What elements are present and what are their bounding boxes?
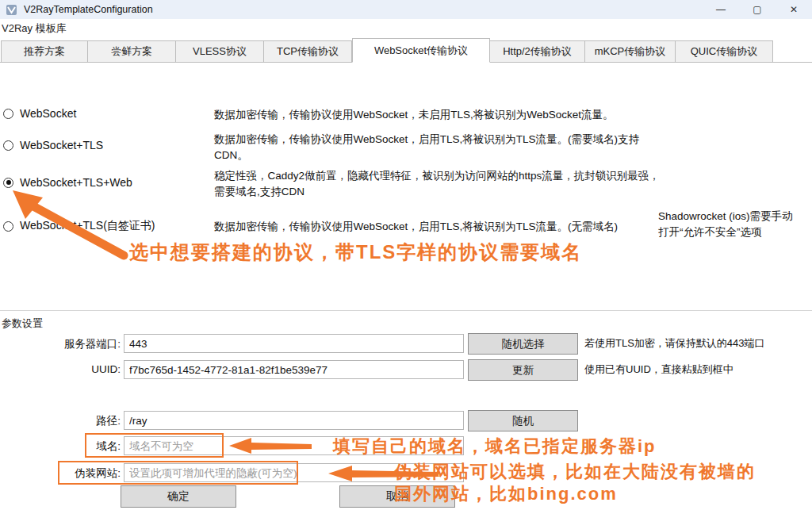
uuid-input[interactable] xyxy=(124,360,464,379)
window-title: V2RayTemplateConfiguration xyxy=(24,4,153,15)
tab-vless[interactable]: VLESS协议 xyxy=(176,40,264,63)
port-note: 若使用TLS加密，请保持默认的443端口 xyxy=(584,336,765,351)
radio-label: WebSocket+TLS xyxy=(20,139,103,151)
title-bar: V2RayTemplateConfiguration — ▢ ✕ xyxy=(0,0,812,19)
app-icon xyxy=(6,4,17,16)
minimize-icon[interactable]: — xyxy=(703,0,739,19)
random-button[interactable]: 随机 xyxy=(468,410,578,431)
protocol-desc: 数据加密传输，传输协议使用WebSocket，未启用TLS,将被识别为WebSo… xyxy=(214,107,660,123)
protocol-desc: 稳定性强，Caddy2做前置，隐藏代理特征，被识别为访问网站的https流量，抗… xyxy=(214,168,660,200)
tab-websocket[interactable]: WebSocket传输协议 xyxy=(352,38,490,63)
domain-label: 域名: xyxy=(29,439,121,454)
ok-button[interactable]: 确定 xyxy=(121,485,236,508)
protocol-desc: 数据加密传输，传输协议使用WebSocket，启用TLS,将被识别为TLS流量。… xyxy=(214,219,660,235)
uuid-label: UUID: xyxy=(29,363,121,375)
group-divider xyxy=(78,27,810,28)
maximize-icon[interactable]: ▢ xyxy=(739,0,776,19)
tab-mkcp[interactable]: mKCP传输协议 xyxy=(585,40,676,63)
section-separator xyxy=(0,310,812,311)
masquerade-tip-annotation-line2: 国外网站，比如bing.com xyxy=(394,482,618,506)
tab-quic[interactable]: QUIC传输协议 xyxy=(676,40,773,63)
radio-websocket[interactable]: WebSocket xyxy=(3,107,76,120)
annotation-arrow-domain-icon xyxy=(228,436,315,455)
tab-tcp[interactable]: TCP传输协议 xyxy=(264,40,352,63)
masquerade-label: 伪装网站: xyxy=(29,466,121,481)
server-port-label: 服务器端口: xyxy=(29,337,121,351)
group-divider xyxy=(49,322,810,323)
tab-http2[interactable]: Http/2传输协议 xyxy=(490,40,585,63)
protocol-desc: 数据加密传输，传输协议使用WebSocket，启用TLS,将被识别为TLS流量。… xyxy=(214,132,660,163)
server-port-input[interactable] xyxy=(124,334,464,353)
close-icon[interactable]: ✕ xyxy=(776,0,812,19)
masquerade-tip-annotation-line1: 伪装网站可以选填，比如在大陆没有被墙的 xyxy=(394,460,756,484)
random-select-button[interactable]: 随机选择 xyxy=(468,333,578,355)
tab-fresh[interactable]: 尝鲜方案 xyxy=(88,40,176,63)
annotation-arrow-protocol-icon xyxy=(6,187,129,260)
protocol-tip-annotation: 选中想要搭建的协议，带TLS字样的协议需要域名 xyxy=(129,240,582,265)
radio-icon-selected[interactable] xyxy=(3,178,13,188)
radio-websocket-tls[interactable]: WebSocket+TLS xyxy=(3,139,103,151)
radio-label: WebSocket xyxy=(20,107,76,120)
template-library-group-label: V2Ray 模板库 xyxy=(2,21,71,36)
radio-icon[interactable] xyxy=(3,109,13,119)
shadowrocket-note: Shadowrocket (ios)需要手动 打开“允许不安全”选项 xyxy=(658,209,812,240)
tab-strip: 推荐方案 尝鲜方案 VLESS协议 TCP传输协议 WebSocket传输协议 … xyxy=(1,38,773,63)
update-button[interactable]: 更新 xyxy=(468,359,578,381)
uuid-note: 使用已有UUID，直接粘贴到框中 xyxy=(584,362,733,377)
path-label: 路径: xyxy=(29,414,121,428)
path-input[interactable] xyxy=(124,411,464,430)
domain-tip-annotation: 填写自己的域名，域名已指定服务器ip xyxy=(333,435,657,458)
parameters-group-label: 参数设置 xyxy=(2,316,48,331)
tab-recommended[interactable]: 推荐方案 xyxy=(1,40,88,63)
radio-icon[interactable] xyxy=(3,140,13,151)
